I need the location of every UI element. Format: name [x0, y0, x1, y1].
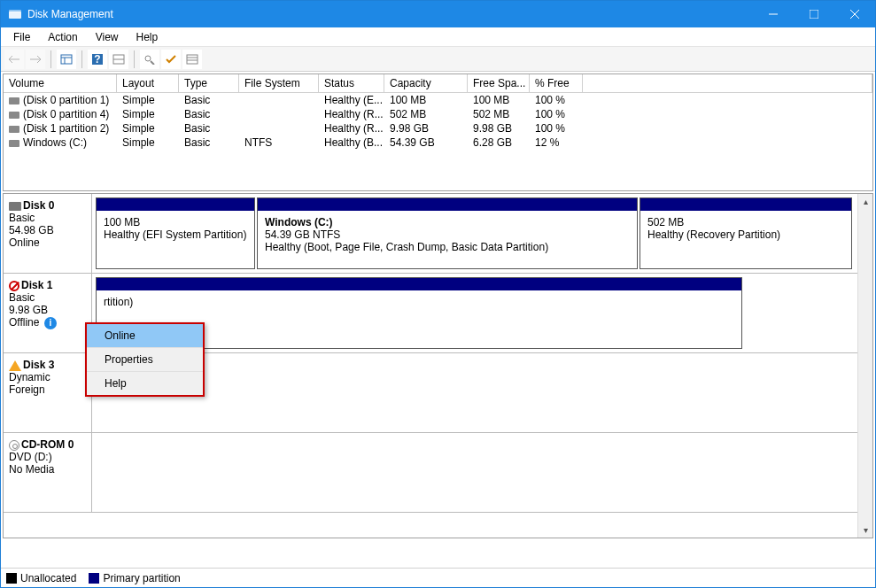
legend-unallocated: Unallocated: [6, 572, 76, 584]
maximize-button[interactable]: [794, 1, 834, 27]
column-header[interactable]: Volume: [4, 74, 117, 92]
forward-button[interactable]: [26, 50, 45, 69]
volume-list: VolumeLayoutTypeFile SystemStatusCapacit…: [3, 74, 873, 191]
volume-list-header: VolumeLayoutTypeFile SystemStatusCapacit…: [4, 74, 872, 93]
volume-row[interactable]: Windows (C:)SimpleBasicNTFSHealthy (B...…: [4, 135, 872, 150]
disk-label[interactable]: Disk 1Basic9.98 GBOffline i: [4, 274, 92, 352]
legend-primary: Primary partition: [89, 572, 180, 584]
column-header[interactable]: Type: [179, 74, 239, 92]
svg-rect-3: [810, 10, 818, 19]
separator: [81, 50, 82, 68]
menubar: FileActionViewHelp: [1, 27, 875, 47]
volume-icon: [9, 126, 19, 133]
close-button[interactable]: [834, 1, 875, 27]
menu-help[interactable]: Help: [128, 29, 167, 45]
separator: [50, 50, 51, 68]
partition-container: rtition): [92, 274, 872, 352]
column-header[interactable]: Capacity: [384, 74, 468, 92]
app-icon: [8, 7, 22, 21]
partition-container: 100 MBHealthy (EFI System Partition)Wind…: [92, 194, 872, 273]
menu-view[interactable]: View: [87, 29, 128, 45]
back-button[interactable]: [4, 50, 24, 69]
window-title: Disk Management: [27, 8, 113, 20]
svg-point-15: [145, 56, 151, 61]
column-header[interactable]: Layout: [117, 74, 179, 92]
disk-label[interactable]: Disk 0Basic54.98 GBOnline: [4, 194, 92, 273]
partition-container: [92, 433, 872, 512]
svg-rect-1: [9, 10, 21, 12]
check-button[interactable]: [161, 50, 181, 69]
volume-row[interactable]: (Disk 0 partition 1)SimpleBasicHealthy (…: [4, 93, 872, 107]
column-header[interactable]: % Free: [530, 74, 583, 92]
context-menu: OnlinePropertiesHelp: [85, 322, 205, 397]
scroll-down-icon[interactable]: ▾: [858, 522, 872, 538]
layout-button[interactable]: [109, 50, 128, 69]
warning-icon: [9, 360, 21, 371]
toolbar: ?: [1, 47, 875, 72]
disk-row: CD-ROM 0DVD (D:)No Media: [4, 433, 872, 513]
titlebar: Disk Management: [1, 1, 875, 27]
svg-line-16: [151, 61, 154, 65]
partition[interactable]: Windows (C:)54.39 GB NTFSHealthy (Boot, …: [257, 197, 638, 269]
partition-stripe: [97, 198, 254, 211]
column-header[interactable]: Status: [319, 74, 384, 92]
partition-stripe: [640, 198, 851, 211]
column-header[interactable]: Free Spa...: [468, 74, 530, 92]
svg-rect-8: [61, 55, 72, 64]
disk-row: Disk 0Basic54.98 GBOnline100 MBHealthy (…: [4, 194, 872, 274]
view-button[interactable]: [57, 50, 76, 69]
offline-icon: [9, 281, 19, 291]
svg-text:?: ?: [94, 53, 100, 66]
partition-container: [92, 353, 872, 432]
svg-rect-0: [9, 12, 21, 19]
separator: [134, 50, 135, 68]
menu-action[interactable]: Action: [39, 29, 86, 45]
volume-icon: [9, 112, 19, 119]
partition[interactable]: 502 MBHealthy (Recovery Partition): [640, 197, 852, 269]
help-button[interactable]: ?: [88, 50, 107, 69]
cdrom-icon: [9, 440, 19, 451]
list-button[interactable]: [182, 50, 202, 69]
volume-row[interactable]: (Disk 1 partition 2)SimpleBasicHealthy (…: [4, 121, 872, 135]
disk-label[interactable]: Disk 3DynamicForeign: [4, 353, 92, 432]
context-menu-item-online[interactable]: Online: [87, 324, 203, 348]
column-header[interactable]: File System: [239, 74, 319, 92]
context-menu-item-properties[interactable]: Properties: [87, 348, 203, 372]
context-menu-item-help[interactable]: Help: [87, 372, 203, 395]
partition-stripe: [258, 198, 637, 211]
info-icon: i: [44, 317, 57, 329]
volume-icon: [9, 97, 19, 104]
volume-list-body: (Disk 0 partition 1)SimpleBasicHealthy (…: [4, 93, 872, 190]
scroll-up-icon[interactable]: ▴: [858, 194, 872, 209]
volume-icon: [9, 140, 19, 147]
disk-icon: [9, 202, 21, 211]
action-button[interactable]: [140, 50, 159, 69]
partition[interactable]: 100 MBHealthy (EFI System Partition): [96, 197, 255, 269]
menu-file[interactable]: File: [4, 29, 39, 45]
scrollbar[interactable]: ▴ ▾: [857, 194, 872, 538]
svg-rect-17: [187, 55, 198, 64]
legend: Unallocated Primary partition: [1, 568, 875, 587]
volume-row[interactable]: (Disk 0 partition 4)SimpleBasicHealthy (…: [4, 107, 872, 121]
partition-stripe: [97, 278, 741, 290]
minimize-button[interactable]: [753, 1, 794, 27]
disk-label[interactable]: CD-ROM 0DVD (D:)No Media: [4, 433, 92, 512]
